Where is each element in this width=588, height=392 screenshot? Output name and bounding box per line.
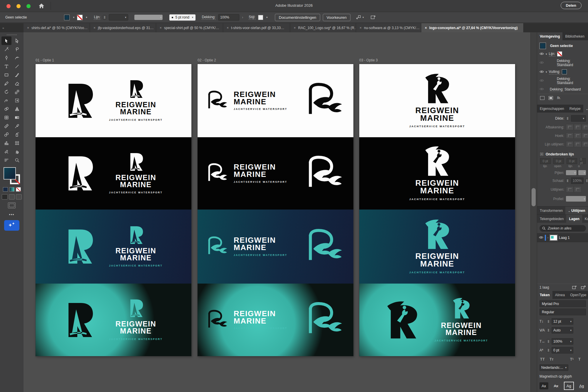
close-tab-icon[interactable]: × [294, 26, 296, 30]
tab-alinea[interactable]: Alinea [552, 291, 567, 299]
object-opacity-label[interactable]: Dekking: [550, 87, 564, 92]
opacity-label[interactable]: Dekking: [202, 15, 216, 20]
pen-tool[interactable] [1, 53, 11, 62]
color-button[interactable] [3, 187, 8, 192]
logo-variant-row[interactable]: REIGWEINMARINE JACHTSERVICE WATERSPORT [198, 284, 353, 356]
slice-tool[interactable] [1, 147, 11, 156]
gradient-button[interactable] [9, 187, 14, 192]
width-tool[interactable] [1, 96, 11, 105]
all-caps-button[interactable]: TT [540, 357, 545, 361]
close-tab-icon[interactable]: × [160, 26, 162, 30]
scale-field[interactable]: 100% [571, 177, 584, 184]
new-stroke-icon[interactable] [540, 96, 544, 100]
arrowhead-end-dropdown[interactable]: ▾ [578, 170, 586, 175]
document-tab-active[interactable]: ×logo-concepten.ai* @ 27,64 % (CMYK/Voor… [421, 23, 524, 32]
print-tiling-tool[interactable] [1, 156, 11, 164]
toolbar-collapse-icon[interactable]: « [0, 23, 24, 32]
free-transform-tool[interactable] [12, 96, 22, 105]
cap-buttons[interactable] [566, 124, 588, 130]
selection-tool[interactable] [1, 36, 11, 45]
share-button[interactable]: Delen [561, 2, 582, 9]
fill-stroke-indicator[interactable] [4, 167, 20, 184]
visibility-eye-icon[interactable] [539, 87, 544, 91]
close-tab-icon[interactable]: × [360, 26, 362, 30]
artboard-label-1[interactable]: 01 - Optie 1 [36, 58, 54, 62]
visibility-eye-icon[interactable] [539, 79, 544, 83]
tab-bibliotheken[interactable]: Bibliotheken [562, 32, 587, 40]
language-dropdown[interactable]: Nederlands:...▾ [539, 364, 568, 371]
baseline-field[interactable]: 0 pt▾ [552, 347, 573, 354]
variable-width-profile-dropdown[interactable]: 5 pt rond▾ [169, 14, 196, 21]
canvas-vertical-scrollbar[interactable] [530, 32, 537, 392]
layer-thumbnail[interactable] [550, 235, 557, 241]
tab-lagen[interactable]: Lagen [566, 215, 582, 223]
dash-fields[interactable]: 0 pt 0 pt 0 pt 0 pt [537, 158, 588, 164]
close-tab-icon[interactable]: × [425, 26, 427, 30]
align-tip-icon[interactable] [566, 186, 574, 192]
artboard-label-2[interactable]: 02 - Optie 2 [198, 58, 216, 62]
draw-inside-mode[interactable] [16, 194, 22, 200]
zoom-tool[interactable] [12, 156, 22, 164]
stroke-weight-field[interactable]: ▾ [109, 14, 128, 21]
logo-variant-row[interactable]: REIGWEINMARINE JACHTSERVICE WATERSPORT [198, 64, 353, 137]
arrowhead-start-dropdown[interactable]: ▾ [566, 170, 577, 175]
scrollbar-thumb[interactable] [532, 188, 536, 206]
logo-variant-row[interactable]: REIGWEINMARINE JACHTSERVICE WATERSPORT [36, 284, 191, 356]
round-cap-icon[interactable] [574, 124, 582, 130]
layer-expand-icon[interactable]: › [547, 236, 548, 239]
curvature-tool[interactable] [12, 53, 22, 62]
align-outside-icon[interactable] [582, 141, 588, 147]
column-graph-tool[interactable] [1, 139, 11, 147]
butt-cap-icon[interactable] [566, 124, 574, 130]
toolbar-grip[interactable] [7, 34, 17, 35]
draw-normal-mode[interactable] [2, 194, 8, 200]
visibility-eye-icon[interactable] [539, 52, 544, 56]
snap-baseline-button[interactable]: Ax [539, 382, 548, 389]
gap-field[interactable]: 0 pt [553, 158, 564, 164]
paintbrush-tool[interactable] [12, 71, 22, 79]
canvas[interactable]: 01 - Optie 1 02 - Optie 2 03 - Optie 3 R… [24, 32, 530, 392]
scale-stepper[interactable]: ▴▾ [566, 178, 569, 183]
eraser-tool[interactable] [12, 79, 22, 88]
style-label[interactable]: Stijl: [249, 15, 255, 20]
stroke-weight-label[interactable]: Lijn: [94, 15, 100, 20]
fill-color-swatch[interactable] [64, 15, 70, 20]
corner-buttons[interactable] [566, 133, 588, 139]
logo-variant-row[interactable]: REIGWEINMARINE JACHTSERVICE WATERSPORT [36, 137, 191, 210]
projecting-cap-icon[interactable] [582, 124, 588, 130]
scale-tool[interactable] [12, 88, 22, 96]
artboard-tool[interactable] [12, 139, 22, 147]
tab-opentype[interactable]: OpenType [567, 291, 588, 299]
scale-stepper-2[interactable]: ▴▾ [585, 178, 588, 183]
edit-toolbar-icon[interactable]: ••• [9, 212, 15, 217]
measure-tool[interactable] [1, 122, 11, 130]
none-button[interactable] [16, 187, 21, 192]
align-inside-icon[interactable] [574, 141, 582, 147]
logo-variant-row[interactable]: REIGWEINMARINE JACHTSERVICE WATERSPORT [359, 137, 515, 210]
artboard-optie-2[interactable]: REIGWEINMARINE JACHTSERVICE WATERSPORT R… [198, 64, 353, 356]
close-tab-icon[interactable]: × [27, 26, 29, 30]
stroke-dropdown-icon[interactable]: ▾ [86, 16, 87, 19]
logo-variant-row[interactable]: REIGWEINMARINE JACHTSERVICE WATERSPORT [36, 64, 191, 137]
preferences-button[interactable]: Voorkeuren [323, 14, 350, 21]
layer-visibility-icon[interactable] [539, 236, 543, 240]
small-caps-button[interactable]: Tт [549, 357, 554, 361]
appearance-stroke-swatch[interactable] [557, 51, 562, 56]
tab-eigenschappen[interactable]: Eigenschappen [537, 105, 567, 113]
layers-search-input[interactable]: Zoeken in alles [539, 225, 586, 232]
kerning-stepper[interactable]: ▴▾ [547, 328, 550, 333]
appearance-fill-swatch[interactable] [562, 69, 567, 74]
tab-vormgeving[interactable]: Vormgeving [537, 32, 562, 40]
document-tab-2[interactable]: ×jfp-vastgoedonderhoud.eps @ 31… [90, 23, 156, 32]
blend-tool[interactable] [1, 130, 11, 139]
logo-variant-row[interactable]: REIGWEINMARINE JACHTSERVICE WATERSPORT [36, 210, 191, 284]
gradient-tool[interactable] [12, 113, 22, 122]
stroke-color-swatch[interactable] [77, 15, 83, 20]
layer-row[interactable]: › Laag 1 [537, 233, 588, 242]
subscript-button[interactable]: T [578, 357, 581, 361]
font-style-dropdown[interactable]: Regular [539, 309, 586, 315]
weight-field[interactable]: ▾ [571, 115, 586, 122]
font-size-stepper[interactable]: ▴▾ [547, 319, 550, 324]
locate-object-icon[interactable] [572, 285, 577, 289]
bevel-join-icon[interactable] [582, 133, 588, 139]
